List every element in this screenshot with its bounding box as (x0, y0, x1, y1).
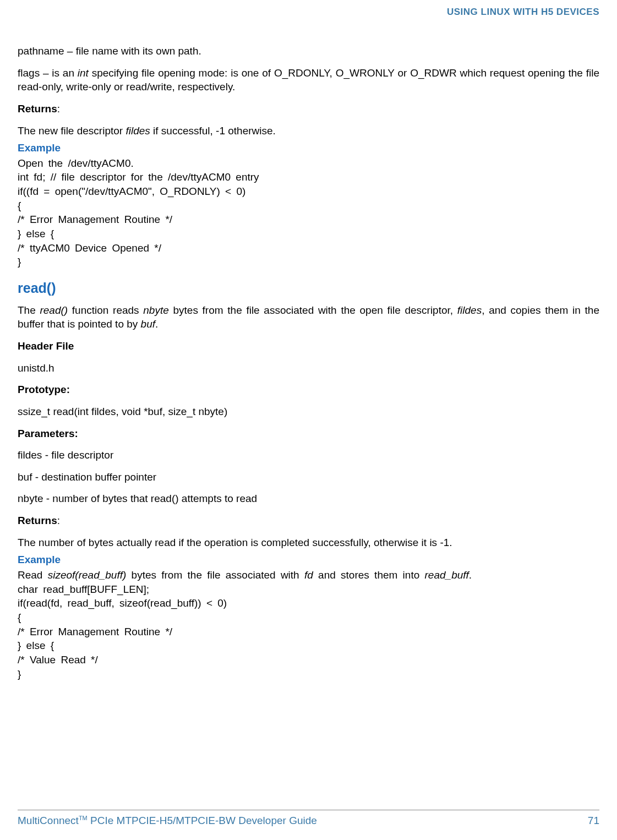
code2-a: Read (18, 569, 48, 581)
example-heading-1: Example (18, 141, 599, 155)
flags-pre: flags – is an (18, 67, 78, 79)
read-p1-e: bytes from the file associated with the … (169, 304, 457, 316)
page-header: USING LINUX WITH H5 DEVICES (18, 0, 599, 22)
param-buf: buf - destination buffer pointer (18, 470, 599, 484)
read-p1-h: buf (141, 318, 155, 330)
returns-text-2: The number of bytes actually read if the… (18, 536, 599, 550)
returns-text: The new file descriptor fildes if succes… (18, 124, 599, 138)
returns-label: Returns (18, 103, 57, 114)
returns-fildes: fildes (125, 125, 150, 137)
code2-b: sizeof(read_buff) (48, 569, 127, 581)
returns-heading-2: Returns: (18, 514, 599, 528)
example-heading-2: Example (18, 553, 599, 567)
footer-left: MultiConnectTM PCIe MTPCIE-H5/MTPCIE-BW … (18, 815, 317, 827)
flags-paragraph: flags – is an int specifying file openin… (18, 66, 599, 94)
code2-c: bytes from the file associated with (126, 569, 304, 581)
read-section-title: read() (18, 279, 599, 298)
footer-product: MultiConnect (18, 815, 79, 826)
read-p1-a: The (18, 304, 40, 316)
returns-post: if successful, -1 otherwise. (150, 125, 276, 137)
footer-guide: PCIe MTPCIE-H5/MTPCIE-BW Developer Guide (88, 815, 317, 826)
code1-rest: int fd; // file descriptor for the /dev/… (18, 171, 259, 268)
flags-int: int (78, 67, 89, 79)
code-block-open: Open the /dev/ttyACM0. int fd; // file d… (18, 156, 599, 269)
header-title: USING LINUX WITH H5 DEVICES (447, 7, 599, 17)
read-description: The read() function reads nbyte bytes fr… (18, 303, 599, 331)
pathname-paragraph: pathname – file name with its own path. (18, 44, 599, 58)
param-nbyte: nbyte - number of bytes that read() atte… (18, 492, 599, 506)
code2-f: read_buff (425, 569, 469, 581)
footer-page-number: 71 (588, 815, 599, 827)
read-p1-f: fildes (457, 304, 482, 316)
page-footer: MultiConnectTM PCIe MTPCIE-H5/MTPCIE-BW … (18, 810, 599, 827)
code2-rest: char read_buff[BUFF_LEN]; if(read(fd, re… (18, 583, 227, 680)
prototype-value: ssize_t read(int fildes, void *buf, size… (18, 405, 599, 419)
parameters-heading: Parameters: (18, 427, 599, 441)
returns-pre: The new file descriptor (18, 125, 125, 137)
read-p1-i: . (155, 318, 158, 330)
colon: : (57, 103, 60, 114)
colon-2: : (57, 515, 60, 526)
code2-d: fd (304, 569, 313, 581)
prototype-heading: Prototype: (18, 383, 599, 397)
header-file-value: unistd.h (18, 361, 599, 375)
code2-g: . (469, 569, 472, 581)
footer-tm: TM (79, 815, 88, 821)
param-fildes: fildes - file descriptor (18, 448, 599, 462)
page-content: pathname – file name with its own path. … (18, 22, 599, 681)
code-block-read: Read sizeof(read_buff) bytes from the fi… (18, 568, 599, 681)
header-file-heading: Header File (18, 339, 599, 353)
code1-line1: Open the /dev/ttyACM0. (18, 157, 134, 169)
code2-e: and stores them into (313, 569, 425, 581)
read-p1-d: nbyte (143, 304, 168, 316)
flags-post: specifying file opening mode: is one of … (18, 67, 599, 93)
read-p1-c: function reads (68, 304, 143, 316)
returns-label-2: Returns (18, 515, 57, 526)
returns-heading: Returns: (18, 102, 599, 116)
read-p1-b: read() (40, 304, 68, 316)
